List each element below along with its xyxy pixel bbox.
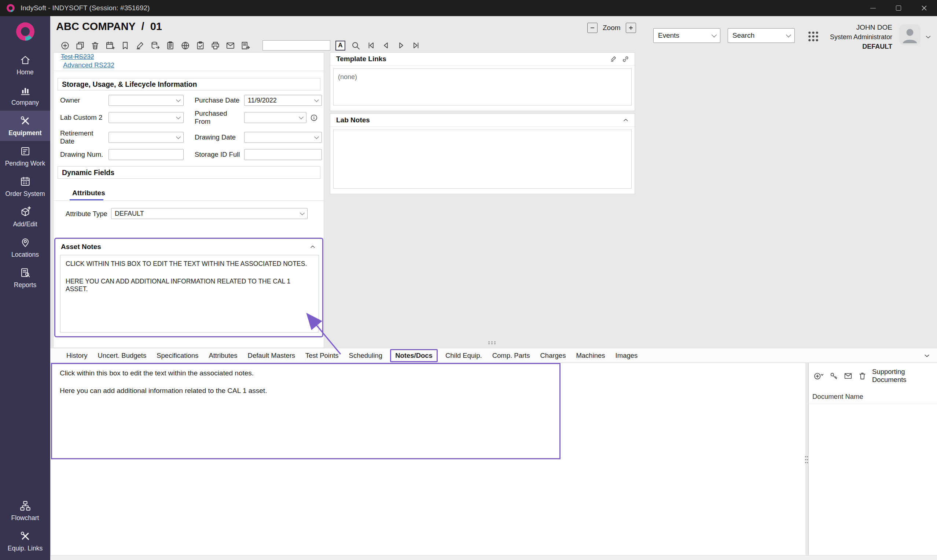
email-button[interactable] <box>225 40 236 51</box>
storage-id-input[interactable] <box>244 149 322 160</box>
sidebar-item-label: Equip. Links <box>8 545 43 552</box>
lab-custom2-dropdown[interactable] <box>108 112 184 123</box>
nav-next-button[interactable] <box>395 40 406 51</box>
add-edit-icon <box>19 206 31 218</box>
drag-dots-icon <box>487 341 498 345</box>
sidebar-item-pending-work[interactable]: Pending Work <box>0 141 50 171</box>
sidebar-item-company[interactable]: Company <box>0 80 50 111</box>
zoom-out-button[interactable] <box>587 23 597 33</box>
nav-previous-button[interactable] <box>381 40 391 51</box>
checklist-button[interactable] <box>195 40 206 51</box>
purchase-date-label: Purchase Date <box>195 96 244 105</box>
tab-default-masters[interactable]: Default Masters <box>243 348 301 363</box>
lab-custom2-label: Lab Custom 2 <box>60 114 108 122</box>
nav-first-button[interactable] <box>366 40 376 51</box>
attach-document-button[interactable] <box>829 371 838 380</box>
zoom-label: Zoom <box>603 24 621 32</box>
tab-test-points[interactable]: Test Points <box>300 348 344 363</box>
send-form-button[interactable] <box>240 40 251 51</box>
owner-dropdown[interactable] <box>108 95 184 106</box>
close-button[interactable] <box>911 0 937 16</box>
match-case-button[interactable]: A <box>335 41 345 51</box>
cascade-windows-button[interactable] <box>75 40 85 51</box>
minimize-button[interactable] <box>860 0 886 16</box>
trash-icon <box>858 371 867 380</box>
search-go-button[interactable] <box>350 40 361 51</box>
lab-notes-title: Lab Notes <box>336 116 370 124</box>
chevron-up-icon[interactable] <box>309 243 316 251</box>
divider <box>54 71 324 71</box>
sidebar-item-flowchart[interactable]: Flowchart <box>0 495 50 526</box>
pending-work-icon <box>19 145 31 157</box>
bookmark-icon <box>120 41 130 51</box>
export-data-button[interactable] <box>150 40 161 51</box>
drawing-num-input[interactable] <box>108 149 184 160</box>
sidebar-item-equip-links[interactable]: Equip. Links <box>0 526 50 556</box>
tab-charges[interactable]: Charges <box>535 348 571 363</box>
print-button[interactable] <box>210 40 221 51</box>
attribute-type-dropdown[interactable]: DEFAULT <box>111 208 307 219</box>
tab-images[interactable]: Images <box>610 348 643 363</box>
notes-editor[interactable]: Click within this box to edit the text w… <box>51 363 560 459</box>
tab-history[interactable]: History <box>61 348 93 363</box>
collapse-detail-button[interactable] <box>923 352 931 360</box>
sidebar-nav: Home Company Equipment Pending Work Orde… <box>0 50 50 293</box>
envelope-icon <box>843 371 853 380</box>
web-link-button[interactable] <box>180 40 191 51</box>
lab-notes-editor[interactable] <box>333 130 631 189</box>
tab-uncert-budgets[interactable]: Uncert. Budgets <box>93 348 152 363</box>
pencil-icon <box>135 41 145 51</box>
key-icon <box>829 371 838 380</box>
maximize-button[interactable] <box>886 0 911 16</box>
sidebar-item-locations[interactable]: Locations <box>0 232 50 263</box>
storage-section-header: Storage, Usage, & Lifecycle Information <box>57 78 320 91</box>
sidebar-item-add-edit[interactable]: Add/Edit <box>0 202 50 232</box>
tab-machines[interactable]: Machines <box>571 348 610 363</box>
info-icon[interactable] <box>310 114 318 122</box>
lab-notes-panel: Lab Notes <box>330 114 635 194</box>
retirement-date-dropdown[interactable] <box>108 132 184 143</box>
delete-document-button[interactable] <box>858 371 867 380</box>
dynamic-fields-header: Dynamic Fields <box>57 166 320 179</box>
edit-template-links-icon[interactable] <box>610 55 617 63</box>
locations-icon <box>19 237 31 248</box>
tab-notes-docs[interactable]: Notes/Docs <box>390 349 438 362</box>
sidebar-item-reports[interactable]: Reports <box>0 263 50 293</box>
indysoft-logo-icon <box>14 20 36 43</box>
database-export-icon <box>150 41 160 51</box>
tab-child-equip[interactable]: Child Equip. <box>440 348 487 363</box>
template-links-panel: Template Links (none) <box>330 52 635 111</box>
email-document-button[interactable] <box>843 371 853 380</box>
horizontal-splitter[interactable] <box>487 341 498 345</box>
add-record-button[interactable] <box>60 40 70 51</box>
tab-attributes-bottom[interactable]: Attributes <box>204 348 242 363</box>
storage-form: Owner Purchase Date 11/9/2022 Lab Custom… <box>60 95 322 160</box>
asset-notes-title: Asset Notes <box>61 243 101 251</box>
zoom-in-button[interactable] <box>626 23 636 33</box>
tab-specifications[interactable]: Specifications <box>151 348 204 363</box>
tab-scheduling[interactable]: Scheduling <box>344 348 388 363</box>
paste-button[interactable] <box>165 40 176 51</box>
purchase-date-dropdown[interactable]: 11/9/2022 <box>244 95 322 106</box>
sidebar-item-home[interactable]: Home <box>0 50 50 80</box>
tab-attributes[interactable]: Attributes <box>72 189 105 197</box>
nav-last-button[interactable] <box>411 40 421 51</box>
drawing-date-dropdown[interactable] <box>244 132 322 143</box>
add-document-button[interactable] <box>813 371 824 380</box>
asset-notes-editor[interactable]: CLICK WITHIN THIS BOX TO EDIT THE TEXT W… <box>60 255 319 332</box>
edit-button[interactable] <box>135 40 145 51</box>
sidebar-item-equipment[interactable]: Equipment <box>0 111 50 141</box>
link-icon[interactable] <box>622 55 630 63</box>
sidebar-item-order-system[interactable]: Order System <box>0 171 50 202</box>
chevron-up-icon[interactable] <box>622 117 630 124</box>
link-advanced-rs232[interactable]: Advanced RS232 <box>63 62 114 69</box>
purchased-from-dropdown[interactable] <box>244 112 306 123</box>
link-test-rs232[interactable]: Test RS232 <box>61 53 94 61</box>
document-name-column-header[interactable]: Document Name <box>809 392 937 404</box>
bookmark-button[interactable] <box>120 40 131 51</box>
event-add-button[interactable] <box>105 40 116 51</box>
record-toolbar: A <box>50 37 937 54</box>
tab-comp-parts[interactable]: Comp. Parts <box>487 348 535 363</box>
quick-search-input[interactable] <box>262 40 330 51</box>
delete-button[interactable] <box>90 40 100 51</box>
